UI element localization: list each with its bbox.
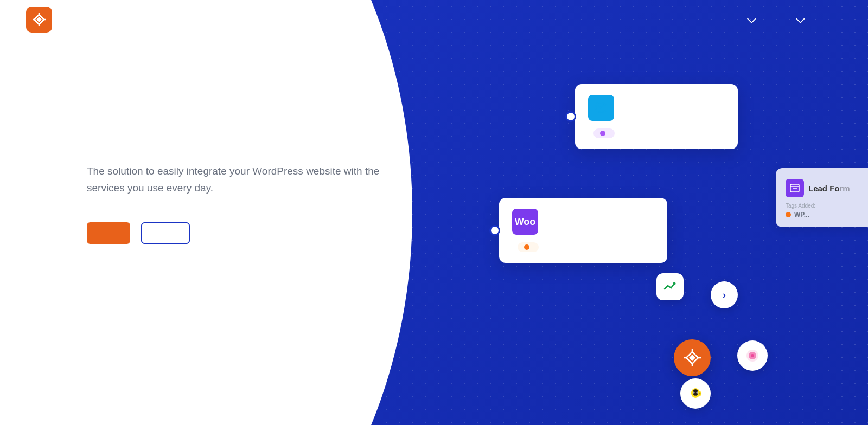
chevron-right-icon: ›: [723, 289, 726, 301]
wpfusion-center-icon: [674, 339, 711, 376]
card-tags-row: [588, 128, 725, 138]
svg-point-19: [693, 392, 694, 392]
svg-point-14: [751, 354, 754, 357]
logo[interactable]: [26, 7, 59, 33]
features-chevron-icon: [747, 14, 756, 23]
hero-subtitle: The solution to easily integrate your Wo…: [87, 163, 391, 196]
get-help-chevron-icon: [796, 14, 805, 23]
card-header: [588, 95, 725, 121]
arrow-integration-icon: ›: [711, 281, 738, 308]
svg-rect-4: [790, 184, 799, 192]
hero-content: The solution to easily integrate your Wo…: [87, 108, 391, 244]
lead-form-card: Lead Form Tags Added: WP...: [776, 168, 868, 227]
member-icon: [588, 95, 614, 121]
card-header-woo: Woo: [512, 209, 654, 235]
card-notch: [565, 111, 576, 122]
main-nav: [744, 16, 842, 23]
card-info-woo: [546, 221, 654, 223]
woo-trigger-card: Woo: [499, 198, 667, 263]
woo-icon: Woo: [512, 209, 538, 235]
tag-badge-woo: [518, 242, 539, 252]
lead-tag: WP...: [786, 211, 858, 218]
site-header: [0, 0, 868, 39]
card-tags-row-woo: [512, 242, 654, 252]
mailchimp-integration-icon: [680, 378, 711, 409]
svg-point-20: [697, 392, 697, 392]
try-demo-button[interactable]: [141, 222, 190, 244]
lead-card-header: Lead Form: [786, 179, 858, 197]
membership-trigger-card: [575, 84, 738, 149]
cta-buttons: [87, 222, 391, 244]
card-info: [622, 107, 725, 109]
lead-tag-dot-icon: [786, 212, 791, 217]
logo-icon: [26, 7, 52, 33]
card-notch: [489, 225, 500, 236]
hero-title: [87, 108, 391, 148]
svg-point-7: [673, 282, 676, 285]
lead-title: Lead Form: [808, 184, 850, 193]
svg-point-22: [699, 393, 701, 395]
tag-dot-icon: [600, 131, 605, 136]
pink-integration-icon: [737, 340, 768, 371]
tag-badge: [593, 128, 615, 138]
nav-get-help[interactable]: [793, 16, 803, 23]
lead-icon: [786, 179, 804, 197]
lead-tags-label: Tags Added:: [786, 203, 858, 209]
get-started-button[interactable]: [87, 222, 130, 244]
tag-dot-woo-icon: [524, 244, 529, 250]
green-integration-icon: [656, 273, 684, 300]
nav-features[interactable]: [744, 16, 754, 23]
